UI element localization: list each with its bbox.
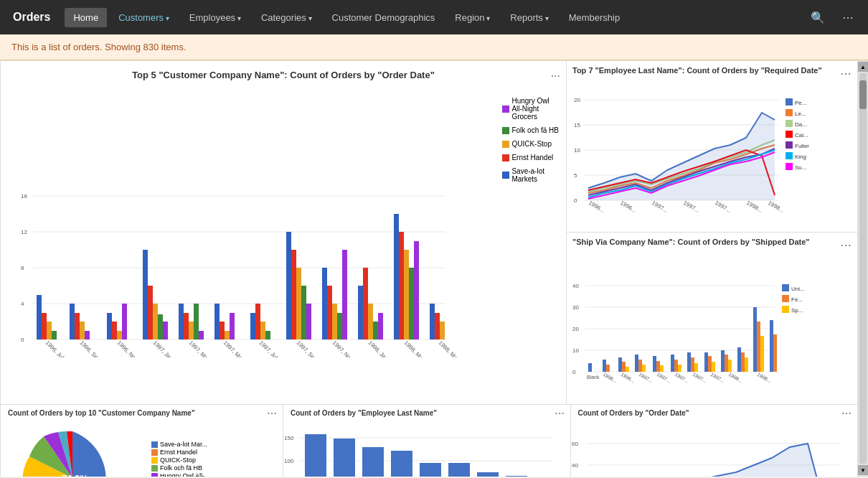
top-right-col: ⋯ Top 7 "Employee Last Name": Count of O…: [567, 60, 858, 405]
svg-text:15: 15: [574, 122, 580, 128]
legend-item-save: Save-a-lotMarkets: [502, 167, 559, 183]
svg-rect-125: [638, 360, 642, 372]
scroll-down-button[interactable]: ▼: [858, 465, 868, 475]
svg-text:1996...: 1996...: [588, 200, 606, 213]
nav-categories[interactable]: Categories: [253, 8, 321, 27]
chart-top-right-top-menu[interactable]: ⋯: [840, 67, 852, 80]
svg-rect-100: [786, 131, 793, 138]
svg-text:Fe...: Fe...: [791, 296, 803, 303]
info-banner: This is a list of orders. Showing 830 it…: [0, 34, 868, 60]
svg-rect-140: [725, 355, 728, 372]
svg-rect-32: [199, 331, 204, 339]
svg-rect-59: [409, 268, 414, 339]
svg-marker-86: [588, 113, 775, 200]
svg-rect-98: [786, 120, 793, 127]
svg-rect-121: [618, 357, 622, 372]
chart-top-right-bottom-title: "Ship Via Company Name": Count of Orders…: [567, 233, 857, 248]
chart-top-right-top-title: Top 7 "Employee Last Name": Count of Ord…: [567, 61, 857, 77]
svg-text:100: 100: [284, 458, 294, 464]
legend-item-ernst: Ernst Handel: [502, 154, 559, 161]
nav-membership[interactable]: Membership: [560, 8, 629, 27]
bottom-chart-row: ⋯ Count of Orders by top 10 "Customer Co…: [0, 405, 858, 477]
svg-rect-162: [782, 295, 789, 302]
svg-rect-122: [622, 362, 626, 372]
svg-rect-160: [782, 284, 789, 291]
scroll-track[interactable]: [859, 73, 867, 464]
svg-text:10: 10: [574, 147, 580, 154]
nav-customer-demographics[interactable]: Customer Demographics: [324, 8, 444, 27]
svg-text:1996...: 1996...: [619, 200, 638, 213]
nav-customers[interactable]: Customers: [110, 8, 178, 27]
svg-rect-12: [47, 322, 52, 339]
more-icon[interactable]: ⋯: [835, 6, 861, 29]
top-right-top-svg: 0 5 10 15 20: [567, 77, 829, 213]
svg-rect-147: [760, 336, 764, 372]
svg-text:8: 8: [21, 265, 24, 271]
chart-bottom-line-menu[interactable]: ⋯: [841, 408, 852, 419]
app-brand[interactable]: Orders: [7, 8, 56, 27]
svg-rect-135: [694, 363, 698, 372]
svg-rect-178: [391, 451, 412, 477]
svg-rect-94: [786, 98, 793, 106]
content-area: ... Top 5 "Customer Company Name": Count…: [0, 60, 868, 477]
svg-rect-149: [773, 334, 777, 372]
scroll-thumb[interactable]: [859, 80, 867, 109]
nav-employees[interactable]: Employees: [181, 8, 250, 27]
svg-rect-133: [687, 352, 691, 372]
svg-rect-20: [112, 322, 117, 339]
svg-rect-31: [194, 304, 199, 339]
svg-rect-181: [477, 472, 499, 477]
svg-rect-35: [225, 331, 230, 339]
svg-text:1996, November: 1996, November: [116, 339, 151, 357]
scroll-up-button[interactable]: ▲: [858, 62, 868, 72]
svg-text:1997, January: 1997, January: [152, 339, 182, 357]
chart-top-right-bottom: ⋯ "Ship Via Company Name": Count of Orde…: [567, 233, 858, 405]
svg-rect-13: [52, 331, 57, 339]
search-icon[interactable]: 🔍: [803, 6, 832, 29]
svg-rect-42: [291, 250, 296, 339]
chart-bottom-pie-menu[interactable]: ⋯: [267, 408, 277, 419]
svg-rect-129: [660, 365, 664, 372]
svg-rect-148: [770, 320, 773, 372]
svg-text:Blank: Blank: [587, 375, 600, 380]
svg-rect-27: [163, 322, 168, 339]
svg-rect-118: [588, 363, 592, 372]
svg-text:12: 12: [21, 229, 27, 235]
svg-rect-124: [635, 355, 638, 372]
svg-text:20: 20: [572, 326, 579, 332]
svg-text:60: 60: [572, 441, 578, 447]
svg-rect-139: [721, 350, 725, 372]
svg-rect-179: [420, 463, 441, 477]
svg-text:1997...: 1997...: [674, 372, 690, 384]
svg-text:1997...: 1997...: [651, 200, 669, 213]
nav-region[interactable]: Region: [446, 8, 499, 27]
svg-text:0: 0: [21, 337, 24, 343]
svg-rect-14: [70, 304, 75, 339]
banner-text: This is a list of orders. Showing 830 it…: [11, 42, 187, 52]
svg-rect-37: [250, 313, 255, 339]
svg-rect-58: [404, 250, 409, 339]
svg-text:King: King: [795, 154, 806, 160]
svg-text:0: 0: [572, 369, 576, 375]
nav-home[interactable]: Home: [65, 8, 107, 27]
scrollbar[interactable]: ▲ ▼: [858, 60, 868, 477]
nav-reports[interactable]: Reports: [501, 8, 557, 27]
chart-bottom-line-title: Count of Orders by "Order Date": [571, 405, 858, 418]
svg-rect-41: [286, 232, 291, 339]
svg-rect-177: [362, 447, 384, 477]
chart-top-right-bottom-menu[interactable]: ⋯: [840, 238, 852, 252]
svg-rect-142: [737, 347, 741, 372]
chart-top-left-menu[interactable]: ...: [551, 67, 560, 80]
svg-rect-62: [435, 313, 440, 339]
svg-rect-143: [741, 352, 745, 372]
svg-rect-23: [143, 250, 148, 339]
svg-rect-102: [786, 141, 793, 149]
svg-rect-127: [653, 356, 656, 372]
svg-rect-96: [786, 109, 793, 116]
svg-rect-16: [80, 322, 85, 339]
chart-bottom-bar-menu[interactable]: ⋯: [555, 408, 565, 419]
svg-text:10: 10: [572, 347, 579, 354]
svg-rect-25: [153, 304, 158, 339]
svg-text:1998...: 1998...: [745, 200, 764, 213]
svg-text:1996...: 1996...: [603, 372, 618, 384]
